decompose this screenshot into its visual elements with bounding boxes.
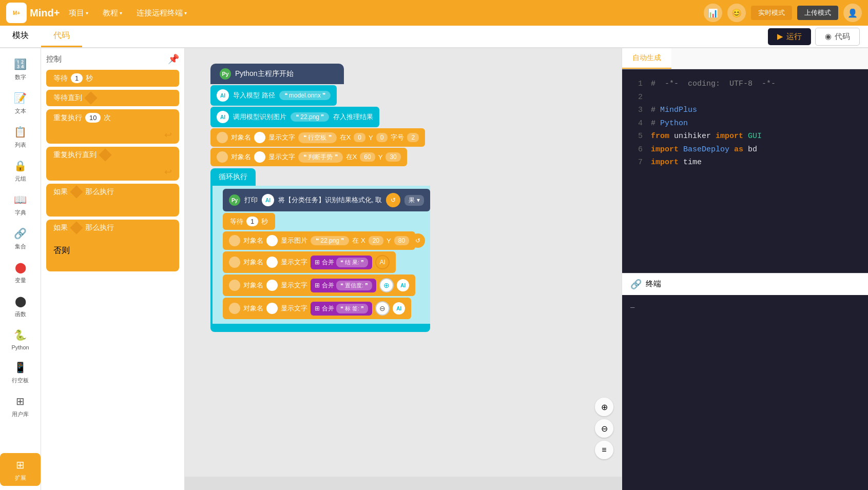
- call-model-block[interactable]: AI 调用模型识别图片 ❝ 22.png ❞ 存入推理结果: [210, 107, 430, 127]
- tab-auto-generate[interactable]: 自动生成: [622, 48, 671, 69]
- block-repeat-value[interactable]: 10: [85, 113, 101, 123]
- number-icon: 🔢: [13, 56, 28, 72]
- sidebar-item-number[interactable]: 🔢 数字: [0, 52, 41, 85]
- code-line-3: 3 # MindPlus: [630, 104, 860, 117]
- nav-connect[interactable]: 连接远程终端 ▾: [131, 6, 192, 20]
- obj-display-img[interactable]: ↺ 对象名 显示图片 ❝ 22.png ❞ 在 X 20 Y 80: [223, 231, 430, 250]
- fontsize-value-1[interactable]: 2: [407, 133, 419, 142]
- block-wait-until[interactable]: 等待直到: [46, 90, 179, 106]
- result-dropdown[interactable]: 果 ▾: [404, 195, 423, 206]
- print-block[interactable]: Py 打印 AI 将【分类任务】识别结果格式化, 取 ↺ 果 ▾: [223, 189, 430, 211]
- obj-display-merge-2[interactable]: 对象名 显示文字 ⊞ 合并 ❝ 置信度: ❞ ⊕ AI: [223, 275, 430, 296]
- model-path-pill[interactable]: ❝ model.onnx ❞: [279, 91, 331, 100]
- terminal-link-icon: 🔗: [630, 279, 642, 290]
- sidebar-item-var[interactable]: ⬤ 变量: [0, 256, 41, 288]
- logo-text: Mind+: [30, 7, 60, 19]
- zoom-plus-icon[interactable]: ⊕: [379, 278, 394, 292]
- pin-icon[interactable]: 📌: [168, 53, 179, 65]
- sidebar-item-board[interactable]: 📱 行空板: [0, 356, 41, 388]
- menu-button[interactable]: ≡: [595, 441, 613, 459]
- ai-btn-1[interactable]: AI: [375, 255, 390, 269]
- merge-block-2[interactable]: ⊞ 合并 ❝ 置信度: ❞: [311, 279, 376, 292]
- terminal-area[interactable]: _: [622, 295, 868, 491]
- block-else-label[interactable]: 否则: [46, 242, 179, 259]
- obj-display-text-1[interactable]: 对象名 显示文字 ❝ 行空板 ❞ 在X 0 Y 0 字号 2: [210, 128, 430, 147]
- y-value-2[interactable]: 30: [385, 152, 400, 162]
- python-start-block[interactable]: Py Python主程序开始: [210, 64, 344, 84]
- sidebar-item-tuple[interactable]: 🔒 元组: [0, 154, 41, 187]
- sidebar-item-userlib[interactable]: ⊞ 用户库: [0, 389, 41, 422]
- tab-blocks[interactable]: 模块: [0, 26, 41, 47]
- wait-value[interactable]: 1: [246, 217, 258, 226]
- code-content-3: # MindPlus: [651, 104, 697, 117]
- obj-display-merge-3[interactable]: 对象名 显示文字 ⊞ 合并 ❝ 标 签: ❞ ⊖ AI: [223, 298, 430, 319]
- line-num-2: 2: [630, 91, 643, 104]
- obj-display-text-2[interactable]: 对象名 显示文字 ❝ 判断手势 ❞ 在X 60 Y 30: [210, 148, 430, 166]
- block-wait-sec[interactable]: 等待 1 秒: [46, 70, 179, 87]
- tab-code[interactable]: 代码: [41, 26, 82, 47]
- image-path-pill[interactable]: ❝ 22.png ❞: [291, 112, 329, 122]
- run-button[interactable]: ▶ 运行: [768, 28, 811, 45]
- block-if[interactable]: 如果 那么执行: [46, 184, 179, 200]
- sidebar-item-dict[interactable]: 📖 字典: [0, 188, 41, 221]
- img-x-value[interactable]: 20: [369, 236, 383, 245]
- code-line-1: 1 # -*- coding: UTF-8 -*-: [630, 77, 860, 91]
- merge-pill-1[interactable]: ❝ 结 果: ❞: [336, 258, 368, 267]
- merge-icon-3: ⊞: [315, 305, 320, 312]
- stats-icon[interactable]: 📊: [704, 4, 722, 22]
- refresh-icon-1[interactable]: ↺: [386, 193, 400, 207]
- line-num-7: 7: [630, 156, 643, 169]
- terminal-label: 终端: [646, 279, 661, 289]
- line-num-3: 3: [630, 104, 643, 117]
- merge-block-3[interactable]: ⊞ 合并 ❝ 标 签: ❞: [311, 302, 372, 316]
- merge-block-1[interactable]: ⊞ 合并 ❝ 结 果: ❞: [311, 256, 372, 269]
- code-view-button[interactable]: ◉ 代码: [815, 28, 860, 46]
- x-value-2[interactable]: 60: [360, 152, 375, 162]
- display-text-pill-1[interactable]: ❝ 行空板 ❞: [298, 132, 337, 143]
- ai-icon-2: AI: [217, 111, 229, 123]
- sidebar-item-python[interactable]: 🐍 Python: [0, 323, 41, 355]
- block-repeat[interactable]: 重复执行 10 次: [46, 109, 179, 126]
- img-path-pill[interactable]: ❝ 22.png ❞: [311, 236, 349, 245]
- sidebar-item-list[interactable]: 📋 列表: [0, 120, 41, 153]
- loop-header-block[interactable]: 循环执行: [210, 168, 256, 186]
- block-wait-value[interactable]: 1: [71, 73, 83, 83]
- import-model-block[interactable]: AI 导入模型 路径 ❝ model.onnx ❞: [210, 85, 430, 106]
- display-text-pill-2[interactable]: ❝ 判断手势 ❞: [298, 152, 343, 163]
- zoom-in-button[interactable]: ⊕: [595, 398, 613, 416]
- sidebar-item-expand[interactable]: ⊞ 扩展: [0, 453, 41, 486]
- sidebar-item-text[interactable]: 📝 文本: [0, 86, 41, 119]
- line-num-6: 6: [630, 143, 643, 156]
- blocks-panel-title: 控制 📌: [46, 53, 179, 65]
- zoom-minus-icon[interactable]: ⊖: [375, 301, 390, 316]
- canvas-area[interactable]: Py Python主程序开始 AI 导入模型 路径 ❝ model.onnx ❞…: [185, 48, 622, 490]
- merge-pill-2[interactable]: ❝ 置信度: ❞: [336, 281, 372, 290]
- obj-display-merge-1[interactable]: 对象名 显示文字 ⊞ 合并 ❝ 结 果: ❞ AI: [223, 251, 430, 273]
- text-icon: 📝: [13, 90, 28, 106]
- merge-pill-3[interactable]: ❝ 标 签: ❞: [336, 304, 368, 313]
- refresh-icon-2[interactable]: ↺: [411, 233, 425, 248]
- line-num-1: 1: [630, 77, 643, 91]
- sidebar-item-set[interactable]: 🔗 集合: [0, 222, 41, 254]
- expand-icon: ⊞: [13, 457, 28, 473]
- realtime-mode-button[interactable]: 实时模式: [751, 6, 792, 20]
- emoji-icon[interactable]: 😊: [727, 4, 746, 22]
- set-icon: 🔗: [13, 226, 28, 241]
- y-value-1[interactable]: 0: [376, 133, 388, 142]
- img-y-value[interactable]: 80: [394, 236, 409, 245]
- code-content-7: import time: [651, 156, 702, 169]
- nav-project[interactable]: 项目 ▾: [64, 6, 93, 20]
- user-icon[interactable]: 👤: [843, 4, 862, 22]
- x-value-1[interactable]: 0: [354, 133, 365, 142]
- nav-tutorial[interactable]: 教程 ▾: [98, 6, 127, 20]
- zoom-out-button[interactable]: ⊖: [595, 419, 613, 438]
- block-repeat-until[interactable]: 重复执行直到: [46, 147, 179, 163]
- code-line-2: 2: [630, 91, 860, 104]
- sidebar-item-func[interactable]: ⬤ 函数: [0, 289, 41, 322]
- block-if-else-header[interactable]: 如果 那么执行: [46, 220, 179, 236]
- main-layout: 🔢 数字 📝 文本 📋 列表 🔒 元组 📖 字典 🔗 集合 ⬤ 变量 ⬤: [0, 48, 868, 490]
- wait-block[interactable]: 等待 1 秒: [223, 213, 430, 230]
- upload-mode-button[interactable]: 上传模式: [797, 6, 838, 20]
- python-icon: 🐍: [13, 327, 28, 343]
- logo-icon: M+: [6, 3, 27, 23]
